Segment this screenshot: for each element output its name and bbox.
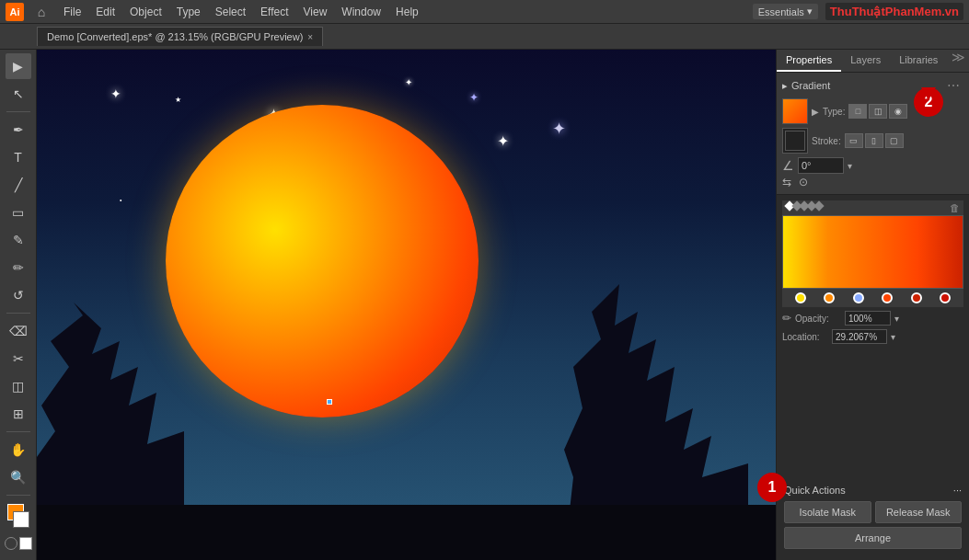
gradient-preview-bar[interactable] (782, 215, 963, 289)
rect-tool[interactable]: ▭ (6, 200, 31, 225)
background-color[interactable] (13, 511, 29, 528)
menu-view[interactable]: View (297, 4, 334, 20)
app-icon: Ai (6, 3, 24, 21)
type-tool[interactable]: T (6, 144, 31, 170)
stroke-btn-2[interactable]: ▯ (865, 133, 883, 148)
document-tab[interactable]: Demo [Converted].eps* @ 213.15% (RGB/GPU… (37, 27, 323, 46)
gradient-arrow[interactable]: ▶ (812, 107, 819, 117)
color-stop-4[interactable] (911, 292, 922, 303)
star-decoration: ✦ (497, 132, 509, 150)
color-stop-3[interactable] (882, 292, 893, 303)
watermark: ThuThuậtPhanMem.vn (825, 3, 963, 20)
annotation-circle-1: 1 (757, 473, 787, 502)
tool-sep-3 (6, 431, 30, 432)
home-icon[interactable]: ⌂ (31, 2, 52, 22)
direct-select-tool[interactable]: ↖ (6, 81, 31, 107)
color-stop-0[interactable] (795, 292, 806, 303)
menu-file[interactable]: File (57, 4, 87, 20)
color-stop-1[interactable] (824, 292, 835, 303)
arrange-btn[interactable]: Arrange (784, 527, 962, 549)
menu-select[interactable]: Select (209, 4, 252, 20)
color-stop-5[interactable] (940, 292, 951, 303)
line-tool[interactable]: ╱ (6, 172, 31, 198)
scissors-tool[interactable]: ✂ (6, 346, 31, 371)
stroke-swatch[interactable] (782, 128, 808, 154)
tab-layers[interactable]: Layers (841, 50, 890, 72)
stroke-btn-1[interactable]: ▭ (845, 133, 863, 148)
stroke-row: Stroke: ▭ ▯ ▢ (782, 128, 963, 154)
opacity-input[interactable] (845, 311, 891, 326)
selection-handle[interactable] (327, 399, 332, 405)
gradient-swatch[interactable] (782, 98, 808, 124)
gradient-stop-4[interactable] (813, 200, 824, 211)
normal-mode[interactable] (5, 537, 17, 550)
paintbrush-tool[interactable]: ✎ (6, 227, 31, 253)
gradient-options-btn[interactable]: ⋯ (943, 78, 963, 93)
gradient-stops-bottom (782, 289, 963, 307)
quick-actions-panel: Quick Actions ··· Isolate Mask Release M… (777, 477, 969, 560)
angle-input[interactable] (798, 157, 844, 174)
menu-edit[interactable]: Edit (89, 4, 121, 20)
right-panels: Properties Layers Libraries ≫ ▸ Gradient… (776, 50, 969, 560)
screen-mode[interactable] (19, 537, 32, 550)
star-dot: • (120, 197, 121, 203)
quick-actions-header: Quick Actions ··· (784, 485, 962, 496)
gradient-panel-title: ▸ Gradient (782, 80, 830, 92)
edit-gradient-btn[interactable]: ⊙ (799, 176, 808, 189)
canvas-area[interactable]: ✦ ✦ ✦ ✦ ★ · ✦ • • ✦ ✦ (37, 50, 776, 560)
mask-actions-row: Isolate Mask Release Mask (784, 501, 962, 523)
panel-options-btn[interactable]: ≫ (948, 50, 969, 72)
menu-help[interactable]: Help (389, 4, 425, 20)
star-decoration: ✦ (552, 119, 566, 139)
zoom-tool[interactable]: 🔍 (6, 464, 31, 490)
radial-gradient-btn[interactable]: ◫ (869, 104, 887, 119)
opacity-row: ✏ Opacity: ▾ (782, 311, 963, 326)
location-input[interactable] (832, 329, 887, 344)
gradient-stops-top: 🗑 (782, 200, 963, 215)
menu-window[interactable]: Window (335, 4, 387, 20)
sun-circle (166, 105, 479, 417)
isolate-mask-btn[interactable]: Isolate Mask (784, 501, 871, 523)
eyedropper-icon[interactable]: ✏ (782, 312, 791, 325)
reverse-gradient-btn[interactable]: ⇆ (782, 176, 791, 189)
rotate-tool[interactable]: ↺ (6, 282, 31, 308)
stroke-btn-3[interactable]: ▢ (885, 133, 904, 148)
menu-type[interactable]: Type (170, 4, 207, 20)
angle-row: ∠ ▾ (782, 157, 963, 174)
selection-tool[interactable]: ▶ (6, 53, 31, 79)
tab-bar: Demo [Converted].eps* @ 213.15% (RGB/GPU… (0, 24, 969, 50)
color-stop-2[interactable] (853, 292, 864, 303)
doc-tab-close[interactable]: × (307, 32, 313, 42)
location-row: Location: ▾ (782, 329, 963, 344)
star-decoration: ✦ (405, 77, 412, 87)
freeform-gradient-btn[interactable]: ◉ (889, 104, 907, 119)
menu-bar: Ai ⌂ File Edit Object Type Select Effect… (0, 0, 969, 24)
gradient-tool[interactable]: ◫ (6, 373, 31, 399)
tab-properties[interactable]: Properties (777, 50, 841, 72)
menu-right: Essentials ▾ ThuThuậtPhanMem.vn (753, 3, 963, 20)
gradient-panel: ▸ Gradient ⋯ ▶ Type: □ ◫ ◉ (777, 73, 969, 195)
workspace-switcher[interactable]: Essentials ▾ (753, 4, 818, 19)
panel-tabs: Properties Layers Libraries ≫ (777, 50, 969, 73)
tab-libraries[interactable]: Libraries (890, 50, 947, 72)
star-dot: ★ (175, 96, 181, 104)
menu-object[interactable]: Object (123, 4, 168, 20)
tool-sep-4 (6, 495, 30, 496)
pen-tool[interactable]: ✒ (6, 117, 31, 143)
gradient-editor: 🗑 ✏ Opacity: ▾ Location (777, 195, 969, 349)
delete-stop-btn[interactable]: 🗑 (950, 202, 960, 213)
gradient-type-buttons: □ ◫ ◉ (848, 104, 907, 119)
linear-gradient-btn[interactable]: □ (848, 104, 867, 119)
angle-icon: ∠ (782, 158, 794, 173)
eraser-tool[interactable]: ⌫ (6, 318, 31, 344)
mesh-tool[interactable]: ⊞ (6, 401, 31, 427)
tool-sep-1 (6, 111, 30, 112)
star-decoration: ✦ (110, 86, 121, 101)
menu-effect[interactable]: Effect (254, 4, 294, 20)
ground-silhouette (37, 505, 776, 560)
hand-tool[interactable]: ✋ (6, 437, 31, 463)
left-toolbar: ▶ ↖ ✒ T ╱ ▭ ✎ ✏ ↺ ⌫ ✂ ◫ ⊞ ✋ 🔍 (0, 50, 37, 560)
pencil-tool[interactable]: ✏ (6, 255, 31, 280)
stroke-buttons: ▭ ▯ ▢ (845, 133, 904, 148)
release-mask-btn[interactable]: Release Mask (875, 501, 963, 523)
